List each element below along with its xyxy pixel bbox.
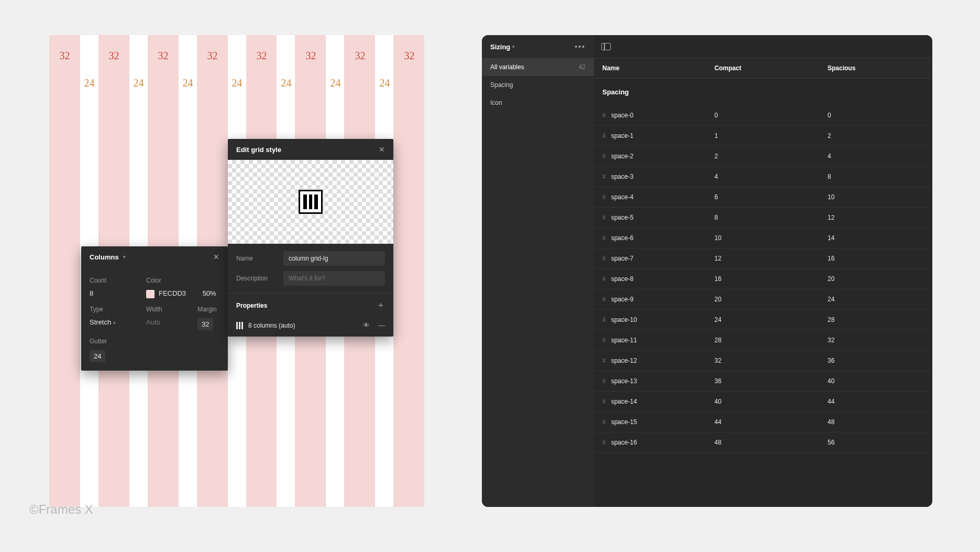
- variable-spacious-value[interactable]: 0: [819, 105, 932, 125]
- variable-spacious-value[interactable]: 16: [819, 248, 932, 268]
- close-icon[interactable]: ✕: [379, 145, 385, 154]
- variable-row[interactable]: #space-123236: [594, 351, 932, 371]
- variable-compact-value[interactable]: 28: [706, 330, 819, 350]
- color-value[interactable]: FECDD3 50%: [146, 289, 216, 298]
- variable-compact-value[interactable]: 4: [706, 167, 819, 187]
- sidebar-toggle-icon[interactable]: [601, 43, 611, 50]
- chevron-down-icon: ▾: [512, 44, 515, 49]
- variable-spacious-value[interactable]: 4: [819, 146, 932, 166]
- variable-row[interactable]: #space-154448: [594, 412, 932, 432]
- variable-name-cell: #space-15: [594, 412, 706, 432]
- margin-value[interactable]: 32: [197, 318, 213, 330]
- header-name: Name: [594, 58, 706, 78]
- number-type-icon: #: [602, 153, 606, 160]
- visibility-icon[interactable]: 👁: [363, 321, 370, 329]
- variable-name-cell: #space-14: [594, 392, 706, 412]
- variable-spacious-value[interactable]: 2: [819, 126, 932, 146]
- variable-name-cell: #space-0: [594, 105, 706, 125]
- variable-compact-value[interactable]: 40: [706, 392, 819, 412]
- variable-compact-value[interactable]: 16: [706, 269, 819, 289]
- columns-icon: [236, 322, 243, 329]
- variable-row[interactable]: #space-224: [594, 146, 932, 167]
- add-property-button[interactable]: ＋: [377, 300, 385, 311]
- description-input[interactable]: [283, 271, 385, 286]
- variable-spacious-value[interactable]: 56: [819, 432, 932, 452]
- variable-row[interactable]: #space-92024: [594, 289, 932, 310]
- sidebar-all-variables[interactable]: All variables 42: [482, 58, 594, 76]
- number-type-icon: #: [602, 173, 606, 180]
- variable-compact-value[interactable]: 20: [706, 289, 819, 309]
- columns-preview-icon: [299, 190, 323, 214]
- variable-name-cell: #space-5: [594, 208, 706, 228]
- variable-spacious-value[interactable]: 32: [819, 330, 932, 350]
- variable-compact-value[interactable]: 44: [706, 412, 819, 432]
- variable-row[interactable]: #space-112: [594, 126, 932, 146]
- variable-row[interactable]: #space-5812: [594, 208, 932, 228]
- collection-selector[interactable]: Sizing▾: [490, 43, 515, 51]
- variable-compact-value[interactable]: 48: [706, 432, 819, 452]
- variable-compact-value[interactable]: 0: [706, 105, 819, 125]
- variable-spacious-value[interactable]: 12: [819, 208, 932, 228]
- variable-compact-value[interactable]: 2: [706, 146, 819, 166]
- close-icon[interactable]: ✕: [213, 253, 219, 261]
- variable-spacious-value[interactable]: 8: [819, 167, 932, 187]
- variable-row[interactable]: #space-61014: [594, 228, 932, 248]
- property-row[interactable]: 8 columns (auto) 👁 —: [228, 317, 393, 337]
- variable-compact-value[interactable]: 32: [706, 351, 819, 371]
- edit-grid-panel: Edit grid style ✕ Name Description Prope…: [228, 139, 393, 337]
- number-type-icon: #: [602, 439, 606, 446]
- variable-spacious-value[interactable]: 40: [819, 371, 932, 391]
- variable-row[interactable]: #space-348: [594, 167, 932, 187]
- variable-compact-value[interactable]: 1: [706, 126, 819, 146]
- variable-row[interactable]: #space-81620: [594, 269, 932, 289]
- variable-compact-value[interactable]: 8: [706, 208, 819, 228]
- variable-spacious-value[interactable]: 48: [819, 412, 932, 432]
- variable-row[interactable]: #space-000: [594, 105, 932, 126]
- variable-compact-value[interactable]: 10: [706, 228, 819, 248]
- variable-row[interactable]: #space-133640: [594, 371, 932, 392]
- column-width-label: 32: [197, 50, 228, 62]
- variable-name-cell: #space-7: [594, 248, 706, 268]
- more-options-button[interactable]: •••: [575, 42, 586, 51]
- columns-panel-title[interactable]: Columns▾: [90, 253, 126, 261]
- variable-spacious-value[interactable]: 44: [819, 392, 932, 412]
- grid-preview: [228, 160, 393, 244]
- type-value[interactable]: Stretch▾: [90, 318, 131, 326]
- number-type-icon: #: [602, 132, 606, 139]
- number-type-icon: #: [602, 337, 606, 344]
- variable-spacious-value[interactable]: 20: [819, 269, 932, 289]
- variable-spacious-value[interactable]: 24: [819, 289, 932, 309]
- variable-spacious-value[interactable]: 14: [819, 228, 932, 248]
- variable-compact-value[interactable]: 36: [706, 371, 819, 391]
- header-spacious[interactable]: Spacious: [819, 58, 932, 78]
- variable-spacious-value[interactable]: 36: [819, 351, 932, 371]
- remove-property-button[interactable]: —: [378, 321, 385, 329]
- color-label: Color: [146, 277, 216, 284]
- variable-compact-value[interactable]: 6: [706, 187, 819, 207]
- count-value[interactable]: 8: [90, 289, 131, 297]
- variable-row[interactable]: #space-4610: [594, 187, 932, 208]
- sidebar-group-icon[interactable]: Icon: [482, 94, 594, 112]
- variable-row[interactable]: #space-102428: [594, 310, 932, 330]
- variable-compact-value[interactable]: 12: [706, 248, 819, 268]
- variable-name-cell: #space-11: [594, 330, 706, 350]
- name-input[interactable]: [283, 251, 385, 266]
- variable-compact-value[interactable]: 24: [706, 310, 819, 330]
- group-title: Spacing: [594, 79, 932, 105]
- variable-row[interactable]: #space-144044: [594, 392, 932, 412]
- variable-name-cell: #space-16: [594, 432, 706, 452]
- variables-panel: Sizing▾ ••• All variables 42 Spacing Ico…: [482, 35, 932, 507]
- sidebar-group-spacing[interactable]: Spacing: [482, 76, 594, 94]
- variable-row[interactable]: #space-112832: [594, 330, 932, 351]
- width-value: Auto: [146, 318, 183, 326]
- variable-spacious-value[interactable]: 10: [819, 187, 932, 207]
- variable-name-cell: #space-4: [594, 187, 706, 207]
- variable-row[interactable]: #space-164856: [594, 432, 932, 453]
- header-compact[interactable]: Compact: [706, 58, 819, 78]
- number-type-icon: #: [602, 377, 606, 385]
- chevron-down-icon: ▾: [113, 320, 116, 326]
- variable-row[interactable]: #space-71216: [594, 248, 932, 269]
- gutter-value[interactable]: 24: [90, 350, 105, 362]
- variable-spacious-value[interactable]: 28: [819, 310, 932, 330]
- gutter-width-label: 24: [179, 77, 197, 89]
